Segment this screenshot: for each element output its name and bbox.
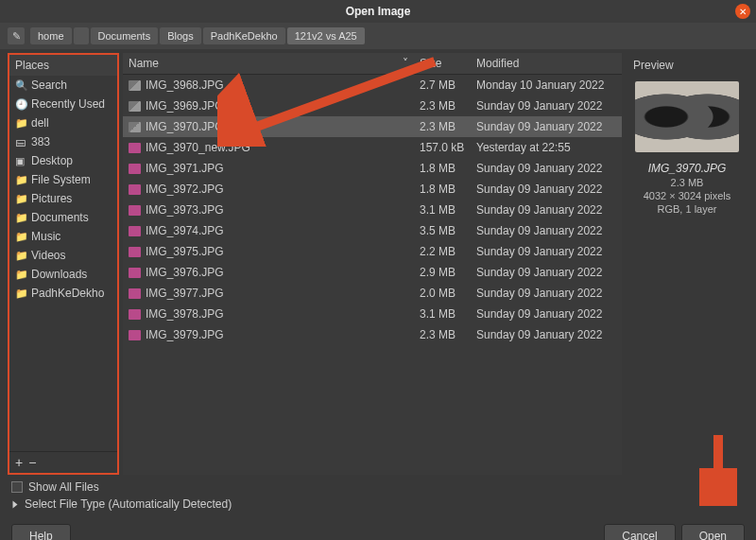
breadcrumb-item[interactable]: Documents (91, 27, 159, 44)
file-row[interactable]: IMG_3969.JPG2.3 MBSunday 09 January 2022 (123, 96, 622, 116)
column-size[interactable]: Size (414, 53, 471, 74)
title-bar: Open Image ✕ (0, 0, 756, 23)
file-icon (129, 330, 141, 340)
file-modified: Sunday 09 January 2022 (471, 222, 622, 239)
breadcrumb: homeDocumentsBlogsPadhKeDekho121v2 vs A2… (30, 27, 365, 44)
main-area: Places 🔍Search🕘Recently Used📁dell🖴383▣De… (0, 49, 756, 475)
file-row[interactable]: IMG_3976.JPG2.9 MBSunday 09 January 2022 (123, 262, 622, 283)
file-list-header: Name ˅ Size Modified (123, 53, 622, 75)
file-row[interactable]: IMG_3970.JPG2.3 MBSunday 09 January 2022 (123, 116, 622, 137)
sidebar-item[interactable]: 📁Downloads (9, 265, 117, 284)
show-all-files-label: Show All Files (28, 480, 99, 494)
close-icon[interactable]: ✕ (735, 4, 750, 19)
place-icon: 📁 (15, 212, 26, 224)
sidebar-item[interactable]: 📁Music (9, 227, 117, 246)
file-name: IMG_3971.JPG (146, 162, 224, 175)
preview-layers: RGB, 1 layer (658, 203, 717, 215)
file-row[interactable]: IMG_3978.JPG3.1 MBSunday 09 January 2022 (123, 304, 622, 324)
preview-size: 2.3 MB (671, 177, 704, 188)
breadcrumb-item[interactable]: PadhKeDekho (203, 27, 285, 44)
file-row[interactable]: IMG_3973.JPG3.1 MBSunday 09 January 2022 (123, 200, 622, 220)
file-size: 2.9 MB (414, 264, 471, 281)
add-bookmark-icon[interactable]: + (15, 455, 23, 470)
place-label: Music (31, 230, 60, 243)
breadcrumb-item[interactable]: Blogs (160, 27, 201, 44)
sidebar-item[interactable]: 🕘Recently Used (9, 95, 117, 113)
window-title: Open Image (346, 5, 411, 18)
sidebar-item[interactable]: 📁File System (9, 170, 117, 189)
expand-icon[interactable] (13, 500, 18, 508)
place-label: dell (31, 116, 49, 130)
file-icon (129, 101, 141, 112)
sidebar-item[interactable]: 📁PadhKeDekho (9, 284, 117, 303)
filetype-row[interactable]: Select File Type (Automatically Detected… (11, 496, 745, 513)
place-icon: 📁 (15, 269, 26, 281)
sidebar-item[interactable]: 🔍Search (9, 76, 117, 95)
file-modified: Sunday 09 January 2022 (471, 305, 622, 322)
places-panel: Places 🔍Search🕘Recently Used📁dell🖴383▣De… (8, 53, 119, 475)
place-label: File System (31, 173, 91, 186)
file-modified: Sunday 09 January 2022 (471, 181, 622, 198)
file-name: IMG_3975.JPG (146, 245, 224, 258)
file-icon (129, 205, 141, 216)
column-name[interactable]: Name ˅ (123, 53, 414, 74)
sidebar-item[interactable]: 📁Videos (9, 246, 117, 265)
place-icon: 🖴 (15, 136, 26, 148)
checkbox-icon[interactable] (11, 481, 23, 493)
place-icon: 📁 (15, 174, 26, 186)
place-label: Downloads (31, 268, 87, 281)
help-button[interactable]: Help (11, 524, 71, 540)
file-icon (129, 80, 141, 91)
place-icon: 📁 (15, 250, 26, 262)
file-name: IMG_3969.JPG (146, 99, 224, 113)
place-label: Documents (31, 211, 89, 224)
sidebar-item[interactable]: 📁dell (9, 113, 117, 132)
sidebar-item[interactable]: 📁Pictures (9, 189, 117, 208)
place-label: Recently Used (31, 97, 105, 111)
sidebar-item[interactable]: ▣Desktop (9, 151, 117, 170)
file-size: 3.1 MB (414, 201, 471, 218)
file-icon (129, 247, 141, 257)
breadcrumb-item[interactable]: 121v2 vs A25 (287, 27, 365, 44)
file-list-body[interactable]: IMG_3968.JPG2.7 MBMonday 10 January 2022… (123, 75, 622, 475)
breadcrumb-item[interactable] (74, 27, 89, 44)
edit-path-icon[interactable]: ✎ (8, 27, 25, 44)
file-name: IMG_3968.JPG (146, 78, 224, 92)
sidebar-item[interactable]: 📁Documents (9, 208, 117, 227)
options-area: Show All Files Select File Type (Automat… (0, 475, 756, 518)
file-row[interactable]: IMG_3970_new.JPG157.0 kBYesterday at 22:… (123, 137, 622, 158)
column-modified[interactable]: Modified (471, 53, 622, 74)
file-icon (129, 288, 141, 299)
file-icon (129, 184, 141, 195)
place-label: Pictures (31, 192, 72, 205)
cancel-button[interactable]: Cancel (604, 524, 675, 540)
places-header: Places (9, 55, 117, 76)
file-modified: Sunday 09 January 2022 (471, 264, 622, 281)
file-icon (129, 226, 141, 236)
file-size: 2.2 MB (414, 243, 471, 260)
open-button[interactable]: Open (681, 524, 745, 540)
breadcrumb-item[interactable]: home (30, 27, 72, 44)
file-modified: Sunday 09 January 2022 (471, 243, 622, 260)
file-row[interactable]: IMG_3977.JPG2.0 MBSunday 09 January 2022 (123, 283, 622, 304)
remove-bookmark-icon[interactable]: − (28, 455, 36, 470)
sidebar-item[interactable]: 🖴383 (9, 132, 117, 151)
file-row[interactable]: IMG_3979.JPG2.3 MBSunday 09 January 2022 (123, 324, 622, 345)
file-row[interactable]: IMG_3972.JPG1.8 MBSunday 09 January 2022 (123, 179, 622, 200)
file-icon (129, 122, 141, 132)
show-all-files-row[interactable]: Show All Files (11, 479, 745, 496)
file-icon (129, 143, 141, 153)
preview-panel: Preview IMG_3970.JPG 2.3 MB 4032 × 3024 … (626, 53, 748, 475)
place-icon: 📁 (15, 117, 26, 130)
file-row[interactable]: IMG_3975.JPG2.2 MBSunday 09 January 2022 (123, 241, 622, 262)
place-icon: 📁 (15, 231, 26, 243)
file-modified: Sunday 09 January 2022 (471, 201, 622, 218)
file-list: Name ˅ Size Modified IMG_3968.JPG2.7 MBM… (123, 53, 622, 475)
file-size: 2.3 MB (414, 97, 471, 114)
places-footer: + − (9, 451, 117, 473)
file-row[interactable]: IMG_3974.JPG3.5 MBSunday 09 January 2022 (123, 220, 622, 241)
file-name: IMG_3970.JPG (146, 120, 224, 133)
preview-thumbnail (635, 81, 739, 152)
file-row[interactable]: IMG_3971.JPG1.8 MBSunday 09 January 2022 (123, 158, 622, 179)
file-row[interactable]: IMG_3968.JPG2.7 MBMonday 10 January 2022 (123, 75, 622, 96)
